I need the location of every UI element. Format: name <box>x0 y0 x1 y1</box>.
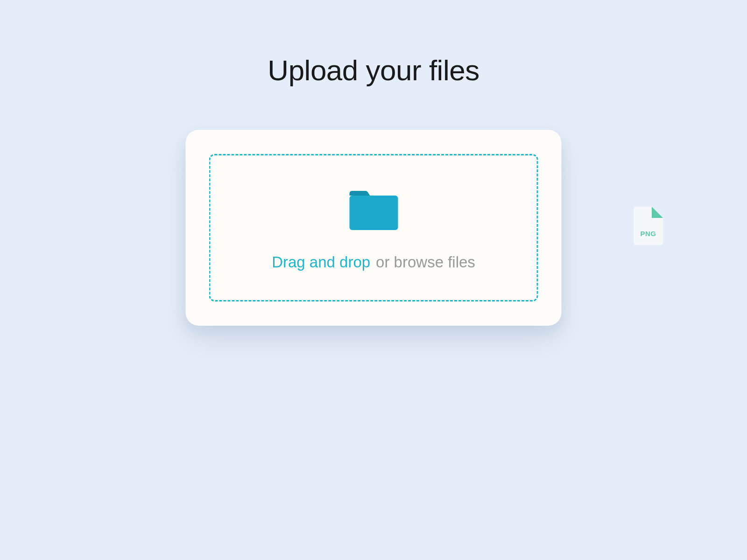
file-corner-fold-icon <box>652 207 663 218</box>
draggable-file-png[interactable]: PNG <box>634 207 663 245</box>
file-dropzone[interactable]: Drag and drop or browse files <box>209 154 538 301</box>
svg-rect-0 <box>349 196 398 230</box>
dropzone-secondary-text: or browse files <box>376 253 475 271</box>
dropzone-instruction: Drag and drop or browse files <box>272 253 475 271</box>
dropzone-primary-text: Drag and drop <box>272 253 370 271</box>
upload-card: Drag and drop or browse files <box>186 130 562 326</box>
folder-icon <box>348 189 399 231</box>
file-type-label: PNG <box>640 230 656 238</box>
page-title: Upload your files <box>268 54 479 87</box>
